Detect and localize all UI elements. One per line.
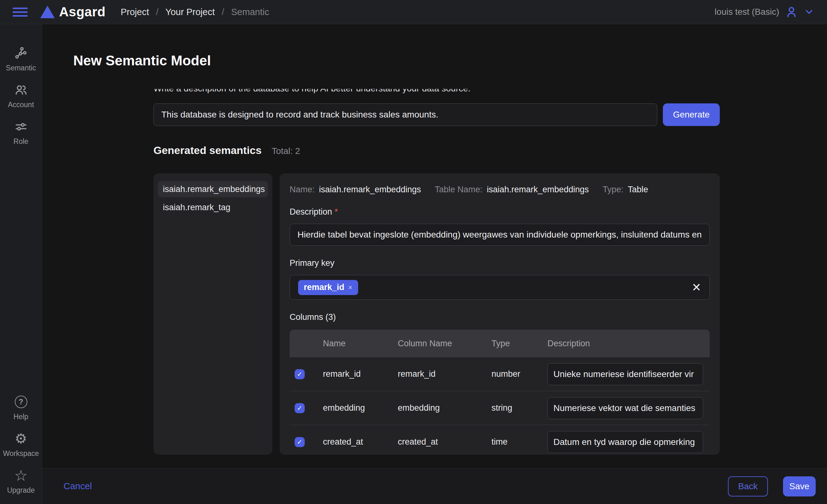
primary-key-tag: remark_id × [298,280,358,295]
menu-icon[interactable] [12,7,28,17]
required-asterisk: * [335,207,338,217]
tag-remove-icon[interactable]: × [348,284,352,291]
sidebar-item-semantic[interactable]: Semantic [0,46,42,72]
row-checkbox[interactable]: ✓ [295,369,305,379]
columns-label: Columns (3) [290,312,710,322]
sidebar-label: Workspace [3,449,39,458]
save-button[interactable]: Save [783,477,816,497]
breadcrumb-separator: / [156,7,158,17]
sidebar-item-workspace[interactable]: ⚙ Workspace [0,432,42,458]
sidebar-label: Upgrade [7,486,35,495]
check-icon: ✓ [297,404,302,412]
cell-column-name: embedding [393,403,486,413]
graph-icon [14,46,28,60]
generate-button[interactable]: Generate [663,103,720,126]
logo-triangle-icon [40,6,55,18]
app-root: Asgard Project / Your Project / Semantic… [0,0,827,504]
table-list-item-remark-tag[interactable]: isaiah.remark_tag [158,199,268,216]
table-name-label: Table Name: [435,185,483,194]
help-icon: ? [15,395,28,409]
db-description-input[interactable] [153,103,657,126]
table-row: ✓ embedding embedding string [290,391,710,425]
generate-row: Generate [153,103,720,126]
cell-name: created_at [318,437,393,447]
header-description: Description [542,339,710,348]
cell-type: string [486,403,542,413]
sidebar-label: Semantic [6,64,36,72]
sidebar-item-account[interactable]: Account [0,83,42,109]
sidebar-label: Help [13,412,28,421]
user-name: louis test (Basic) [715,7,779,17]
gear-icon: ⚙ [15,432,27,446]
header-name: Name [318,339,393,348]
sidebar-label: Role [13,137,28,146]
cell-name: remark_id [318,369,393,379]
column-description-input[interactable] [547,363,703,385]
table-list-item-remark-embeddings[interactable]: isaiah.remark_embeddings [158,181,268,197]
header-column-name: Column Name [393,339,486,348]
footer-bar: Cancel Back Save [42,468,827,504]
column-description-input[interactable] [547,397,703,419]
sidebar-item-upgrade[interactable]: ☆ Upgrade [0,468,42,495]
table-row: ✓ created_at created_at time [290,425,710,459]
check-icon: ✓ [297,371,302,378]
table-meta-row: Name: isaiah.remark_embeddings Table Nam… [290,185,710,194]
db-description-helper: Write a description of the database to h… [153,89,720,94]
cell-name: embedding [318,403,393,413]
columns-table-header: Name Column Name Type Description [290,330,710,357]
brand[interactable]: Asgard [40,4,106,19]
breadcrumb-separator: / [222,7,224,17]
cancel-link[interactable]: Cancel [63,481,92,492]
table-row: ✓ remark_id remark_id number [290,357,710,391]
user-icon [785,5,798,18]
page-content: New Semantic Model Write a description o… [42,24,827,468]
tables-list-panel: isaiah.remark_embeddings isaiah.remark_t… [153,173,272,455]
form-scroll-region: Write a description of the database to h… [42,89,827,468]
top-navbar: Asgard Project / Your Project / Semantic… [0,0,827,24]
column-description-input[interactable] [547,431,703,453]
check-icon: ✓ [297,438,302,446]
table-name-value: isaiah.remark_embeddings [487,185,589,194]
brand-name: Asgard [59,4,106,19]
table-detail-panel: Name: isaiah.remark_embeddings Table Nam… [280,173,720,455]
description-label: Description* [290,207,710,217]
user-menu[interactable]: louis test (Basic) [715,5,815,18]
breadcrumb-semantic: Semantic [231,7,269,17]
clear-icon[interactable]: ✕ [692,282,701,293]
total-count: Total: 2 [272,146,300,156]
star-icon: ☆ [14,468,28,482]
header-type: Type [486,339,542,348]
chevron-down-icon[interactable] [804,7,815,17]
name-label: Name: [290,185,315,194]
sidebar-item-help[interactable]: ? Help [0,395,42,421]
sidebar-label: Account [8,101,34,109]
name-value: isaiah.remark_embeddings [319,185,421,194]
columns-table: Name Column Name Type Description [290,330,710,459]
page-title: New Semantic Model [73,52,827,69]
breadcrumb-project[interactable]: Project [121,7,149,17]
main-area: New Semantic Model Write a description o… [42,24,827,504]
breadcrumb: Project / Your Project / Semantic [121,7,269,17]
sliders-icon [14,120,28,133]
primary-key-select[interactable]: remark_id × ✕ [290,275,710,300]
breadcrumb-your-project[interactable]: Your Project [165,7,215,17]
cell-type: number [486,369,542,379]
primary-key-tag-label: remark_id [304,282,344,292]
type-label: Type: [602,185,623,194]
row-checkbox[interactable]: ✓ [295,437,305,447]
row-checkbox[interactable]: ✓ [295,403,305,413]
table-description-input[interactable] [290,224,710,246]
primary-key-label: Primary key [290,258,710,268]
type-value: Table [628,185,648,194]
generated-semantics-header: Generated semantics Total: 2 [153,144,720,157]
cell-column-name: remark_id [393,369,486,379]
people-icon [14,83,28,97]
left-sidebar: Semantic Account [0,24,42,504]
back-button[interactable]: Back [728,477,768,497]
sidebar-item-role[interactable]: Role [0,120,42,146]
cell-type: time [486,437,542,447]
section-title: Generated semantics [153,144,261,157]
cell-column-name: created_at [393,437,486,447]
